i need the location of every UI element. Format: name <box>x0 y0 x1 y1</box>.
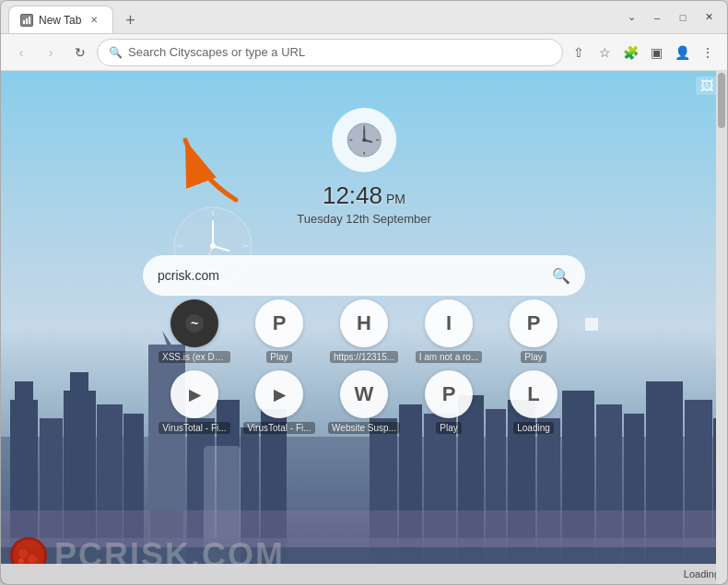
address-bar[interactable]: 🔍 Search Cityscapes or type a URL <box>97 39 563 66</box>
speed-dial-label-9: Loading <box>513 422 554 434</box>
share-button[interactable]: ⇧ <box>567 41 591 64</box>
speed-dial-item-6: ▶ VirusTotal - Fi... <box>242 370 316 434</box>
svg-point-40 <box>210 243 216 249</box>
tab-scroll-btn[interactable]: ⌄ <box>620 6 642 29</box>
speed-dial-item-0: ~ XSS.is (ex Da... <box>158 299 231 363</box>
clock-date: Tuesday 12th September <box>297 212 431 226</box>
maximize-button[interactable]: □ <box>672 6 694 29</box>
bookmark-button[interactable]: ☆ <box>593 41 616 64</box>
svg-point-57 <box>18 549 28 558</box>
back-button[interactable]: ‹ <box>8 40 34 65</box>
scrollbar-thumb[interactable] <box>718 73 725 128</box>
extensions-button[interactable]: 🧩 <box>618 41 642 64</box>
speed-dial-circle-3[interactable]: I <box>425 299 473 347</box>
tab-area: New Tab ✕ + <box>8 1 620 33</box>
speed-dial-circle-4[interactable]: P <box>510 299 558 347</box>
close-button[interactable]: ✕ <box>698 6 720 29</box>
speed-dial-circle-0[interactable]: ~ <box>170 299 218 347</box>
speed-dial-label-4: Play <box>521 351 546 363</box>
svg-rect-1 <box>23 20 25 24</box>
profile-button[interactable]: 👤 <box>670 41 694 64</box>
speed-dial-item-9: L Loading <box>497 370 570 434</box>
title-bar: New Tab ✕ + ⌄ – □ ✕ <box>1 1 727 34</box>
speed-dial-item-2: H https://12315... <box>327 299 401 363</box>
search-icon: 🔍 <box>552 267 570 285</box>
browser-content: 12:48PM Tuesday 12th September pcrisk.co… <box>1 71 727 584</box>
forward-button[interactable]: › <box>38 40 64 65</box>
tab-favicon <box>20 14 33 27</box>
svg-rect-2 <box>26 18 28 24</box>
background-image-button[interactable]: 🖼 <box>696 76 718 95</box>
speed-dial-item-4: P Play <box>497 299 570 363</box>
refresh-button[interactable]: ↻ <box>67 40 93 65</box>
speed-dial-item-8: P Play <box>412 370 486 434</box>
nav-right-buttons: ⇧ ☆ 🧩 ▣ 👤 ⋮ <box>567 41 720 64</box>
sidebar-button[interactable]: ▣ <box>644 41 668 64</box>
new-tab-button[interactable]: + <box>117 7 143 33</box>
speed-dial-circle-9[interactable]: L <box>510 370 558 418</box>
speed-dial-item-3: I I am not a ro... <box>412 299 486 363</box>
speed-dial-label-3: I am not a ro... <box>416 351 482 363</box>
speed-dial-circle-8[interactable]: P <box>425 370 473 418</box>
svg-rect-3 <box>29 17 30 24</box>
speed-dial-circle-6[interactable]: ▶ <box>255 370 303 418</box>
speed-dial-row-2: ▶ VirusTotal - Fi... ▶ VirusTotal - Fi..… <box>115 370 613 434</box>
search-input-text[interactable]: pcrisk.com <box>158 268 545 283</box>
browser-window: New Tab ✕ + ⌄ – □ ✕ ‹ › ↻ 🔍 Search Citys… <box>0 0 728 585</box>
svg-point-58 <box>28 555 37 564</box>
speed-dial-row-1: ~ XSS.is (ex Da... P Play H https://1231… <box>115 299 613 363</box>
speed-dial-circle-1[interactable]: P <box>255 299 303 347</box>
clock-icon <box>332 108 396 172</box>
scrollbar[interactable] <box>716 71 727 584</box>
tab-close-btn[interactable]: ✕ <box>87 13 101 28</box>
minimize-button[interactable]: – <box>646 6 668 29</box>
speed-dial-item-7: W Website Susp... <box>327 370 401 434</box>
active-tab[interactable]: New Tab ✕ <box>8 6 113 33</box>
svg-point-48 <box>362 138 366 142</box>
svg-rect-6 <box>15 381 33 400</box>
speed-dial-label-8: Play <box>436 422 461 434</box>
svg-rect-9 <box>70 372 88 391</box>
speed-dial-circle-5[interactable]: ▶ <box>170 370 218 418</box>
clock-widget: 12:48PM Tuesday 12th September <box>297 108 431 226</box>
svg-text:~: ~ <box>191 316 198 331</box>
speed-dial-label-6: VirusTotal - Fi... <box>243 422 314 434</box>
search-bar[interactable]: pcrisk.com 🔍 <box>143 255 585 296</box>
tab-title: New Tab <box>39 14 81 27</box>
clock-time: 12:48PM <box>297 181 431 210</box>
speed-dial-circle-7[interactable]: W <box>340 370 388 418</box>
loading-bar: Loading <box>1 564 727 584</box>
search-bar-container: pcrisk.com 🔍 <box>143 255 585 296</box>
speed-dial-label-1: Play <box>266 351 291 363</box>
address-text: Search Cityscapes or type a URL <box>128 45 551 59</box>
speed-dial: ~ XSS.is (ex Da... P Play H https://1231… <box>115 299 613 441</box>
speed-dial-label-5: VirusTotal - Fi... <box>159 422 229 434</box>
speed-dial-item-5: ▶ VirusTotal - Fi... <box>158 370 231 434</box>
address-search-icon: 🔍 <box>109 46 123 59</box>
loading-text: Loading <box>684 568 720 579</box>
nav-bar: ‹ › ↻ 🔍 Search Cityscapes or type a URL … <box>1 34 727 71</box>
speed-dial-label-7: Website Susp... <box>328 422 400 434</box>
speed-dial-circle-2[interactable]: H <box>340 299 388 347</box>
speed-dial-item-1: P Play <box>242 299 316 363</box>
speed-dial-label-0: XSS.is (ex Da... <box>159 351 230 363</box>
window-controls: ⌄ – □ ✕ <box>620 6 720 29</box>
menu-button[interactable]: ⋮ <box>696 41 720 64</box>
speed-dial-label-2: https://12315... <box>330 351 398 363</box>
